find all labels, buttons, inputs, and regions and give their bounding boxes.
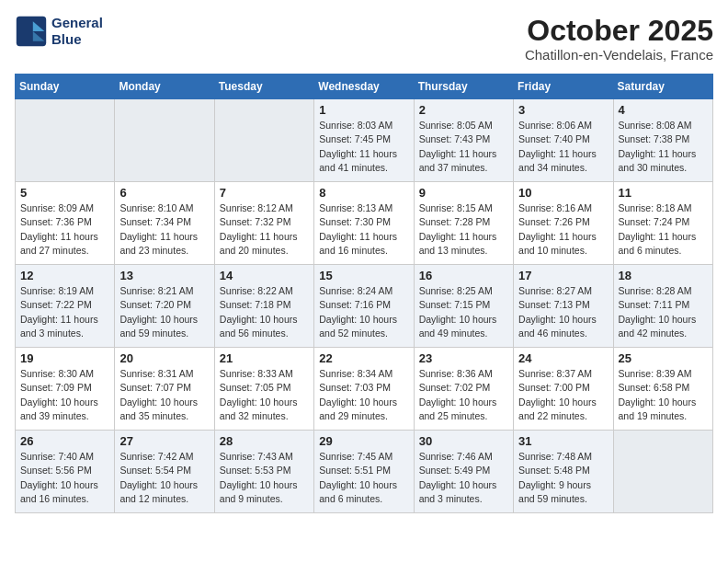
day-info: Sunrise: 8:21 AMSunset: 7:20 PMDaylight:… xyxy=(119,284,209,340)
day-number: 13 xyxy=(119,269,209,282)
day-number: 24 xyxy=(518,351,608,365)
day-number: 14 xyxy=(220,269,309,282)
calendar-cell xyxy=(115,99,214,182)
title-block: October 2025 Chatillon-en-Vendelais, Fra… xyxy=(525,15,713,63)
day-info: Sunrise: 8:08 AMSunset: 7:38 PMDaylight:… xyxy=(619,119,708,175)
calendar-cell: 21Sunrise: 8:33 AMSunset: 7:05 PMDayligh… xyxy=(214,348,313,431)
calendar-cell: 6Sunrise: 8:10 AMSunset: 7:34 PMDaylight… xyxy=(115,182,214,265)
logo-text: General Blue xyxy=(51,15,103,48)
day-number: 9 xyxy=(419,186,508,200)
calendar-cell: 8Sunrise: 8:13 AMSunset: 7:30 PMDaylight… xyxy=(314,182,414,265)
weekday-header: Sunday xyxy=(16,75,115,99)
calendar-cell: 19Sunrise: 8:30 AMSunset: 7:09 PMDayligh… xyxy=(16,348,115,431)
weekday-header: Friday xyxy=(514,75,613,99)
calendar-cell: 31Sunrise: 7:48 AMSunset: 5:48 PMDayligh… xyxy=(514,431,613,513)
calendar-cell: 26Sunrise: 7:40 AMSunset: 5:56 PMDayligh… xyxy=(16,431,115,513)
day-info: Sunrise: 8:25 AMSunset: 7:15 PMDaylight:… xyxy=(419,284,508,340)
calendar-cell: 20Sunrise: 8:31 AMSunset: 7:07 PMDayligh… xyxy=(115,348,214,431)
day-info: Sunrise: 8:22 AMSunset: 7:18 PMDaylight:… xyxy=(220,284,309,340)
day-info: Sunrise: 8:39 AMSunset: 6:58 PMDaylight:… xyxy=(619,367,708,423)
day-info: Sunrise: 8:33 AMSunset: 7:05 PMDaylight:… xyxy=(220,367,309,423)
day-info: Sunrise: 8:06 AMSunset: 7:40 PMDaylight:… xyxy=(518,119,608,175)
calendar-cell: 13Sunrise: 8:21 AMSunset: 7:20 PMDayligh… xyxy=(115,265,214,348)
day-info: Sunrise: 8:15 AMSunset: 7:28 PMDaylight:… xyxy=(419,201,508,258)
day-info: Sunrise: 8:28 AMSunset: 7:11 PMDaylight:… xyxy=(619,284,708,340)
day-number: 12 xyxy=(20,269,109,282)
day-info: Sunrise: 8:05 AMSunset: 7:43 PMDaylight:… xyxy=(419,119,508,175)
day-number: 22 xyxy=(319,351,408,365)
day-info: Sunrise: 7:42 AMSunset: 5:54 PMDaylight:… xyxy=(119,450,209,506)
day-info: Sunrise: 8:18 AMSunset: 7:24 PMDaylight:… xyxy=(619,201,708,258)
day-info: Sunrise: 8:36 AMSunset: 7:02 PMDaylight:… xyxy=(419,367,508,423)
calendar-cell: 18Sunrise: 8:28 AMSunset: 7:11 PMDayligh… xyxy=(613,265,712,348)
calendar-cell: 27Sunrise: 7:42 AMSunset: 5:54 PMDayligh… xyxy=(115,431,214,513)
calendar-week-row: 1Sunrise: 8:03 AMSunset: 7:45 PMDaylight… xyxy=(16,99,713,182)
calendar-cell: 12Sunrise: 8:19 AMSunset: 7:22 PMDayligh… xyxy=(16,265,115,348)
weekday-header-row: SundayMondayTuesdayWednesdayThursdayFrid… xyxy=(16,75,713,99)
day-number: 15 xyxy=(319,269,408,282)
page-header: General Blue October 2025 Chatillon-en-V… xyxy=(15,15,713,63)
calendar-week-row: 26Sunrise: 7:40 AMSunset: 5:56 PMDayligh… xyxy=(16,431,713,513)
day-info: Sunrise: 8:24 AMSunset: 7:16 PMDaylight:… xyxy=(319,284,408,340)
calendar-cell xyxy=(613,431,712,513)
day-info: Sunrise: 8:37 AMSunset: 7:00 PMDaylight:… xyxy=(518,367,608,423)
logo-icon xyxy=(15,15,48,48)
day-info: Sunrise: 8:19 AMSunset: 7:22 PMDaylight:… xyxy=(20,284,109,340)
day-info: Sunrise: 7:43 AMSunset: 5:53 PMDaylight:… xyxy=(220,450,309,506)
weekday-header: Saturday xyxy=(613,75,712,99)
day-number: 2 xyxy=(419,103,508,117)
calendar-cell xyxy=(16,99,115,182)
calendar-cell: 5Sunrise: 8:09 AMSunset: 7:36 PMDaylight… xyxy=(16,182,115,265)
day-number: 18 xyxy=(619,269,708,282)
calendar-cell: 4Sunrise: 8:08 AMSunset: 7:38 PMDaylight… xyxy=(613,99,712,182)
day-number: 4 xyxy=(619,103,708,117)
weekday-header: Tuesday xyxy=(214,75,313,99)
day-info: Sunrise: 8:34 AMSunset: 7:03 PMDaylight:… xyxy=(319,367,408,423)
day-info: Sunrise: 8:30 AMSunset: 7:09 PMDaylight:… xyxy=(20,367,109,423)
day-number: 11 xyxy=(619,186,708,200)
calendar-cell: 16Sunrise: 8:25 AMSunset: 7:15 PMDayligh… xyxy=(414,265,513,348)
day-info: Sunrise: 7:46 AMSunset: 5:49 PMDaylight:… xyxy=(419,450,508,506)
day-number: 16 xyxy=(419,269,508,282)
day-number: 19 xyxy=(20,351,109,365)
day-number: 21 xyxy=(220,351,309,365)
logo: General Blue xyxy=(15,15,103,48)
calendar-cell: 15Sunrise: 8:24 AMSunset: 7:16 PMDayligh… xyxy=(314,265,414,348)
day-info: Sunrise: 7:40 AMSunset: 5:56 PMDaylight:… xyxy=(20,450,109,506)
day-info: Sunrise: 8:03 AMSunset: 7:45 PMDaylight:… xyxy=(319,119,408,175)
day-number: 5 xyxy=(20,186,109,200)
calendar-cell: 7Sunrise: 8:12 AMSunset: 7:32 PMDaylight… xyxy=(214,182,313,265)
day-number: 1 xyxy=(319,103,408,117)
location-subtitle: Chatillon-en-Vendelais, France xyxy=(525,47,713,63)
day-info: Sunrise: 8:16 AMSunset: 7:26 PMDaylight:… xyxy=(518,201,608,258)
calendar-cell xyxy=(214,99,313,182)
weekday-header: Wednesday xyxy=(314,75,414,99)
day-number: 30 xyxy=(419,434,508,448)
day-number: 8 xyxy=(319,186,408,200)
day-number: 3 xyxy=(518,103,608,117)
day-number: 25 xyxy=(619,351,708,365)
weekday-header: Monday xyxy=(115,75,214,99)
day-info: Sunrise: 8:12 AMSunset: 7:32 PMDaylight:… xyxy=(220,201,309,258)
day-number: 17 xyxy=(518,269,608,282)
day-info: Sunrise: 8:31 AMSunset: 7:07 PMDaylight:… xyxy=(119,367,209,423)
calendar-week-row: 12Sunrise: 8:19 AMSunset: 7:22 PMDayligh… xyxy=(16,265,713,348)
calendar-cell: 3Sunrise: 8:06 AMSunset: 7:40 PMDaylight… xyxy=(514,99,613,182)
month-title: October 2025 xyxy=(525,15,713,47)
calendar-cell: 25Sunrise: 8:39 AMSunset: 6:58 PMDayligh… xyxy=(613,348,712,431)
day-number: 27 xyxy=(119,434,209,448)
day-info: Sunrise: 8:13 AMSunset: 7:30 PMDaylight:… xyxy=(319,201,408,258)
calendar-cell: 24Sunrise: 8:37 AMSunset: 7:00 PMDayligh… xyxy=(514,348,613,431)
calendar-cell: 14Sunrise: 8:22 AMSunset: 7:18 PMDayligh… xyxy=(214,265,313,348)
calendar-cell: 22Sunrise: 8:34 AMSunset: 7:03 PMDayligh… xyxy=(314,348,414,431)
calendar-cell: 1Sunrise: 8:03 AMSunset: 7:45 PMDaylight… xyxy=(314,99,414,182)
calendar-week-row: 19Sunrise: 8:30 AMSunset: 7:09 PMDayligh… xyxy=(16,348,713,431)
calendar-cell: 10Sunrise: 8:16 AMSunset: 7:26 PMDayligh… xyxy=(514,182,613,265)
day-number: 26 xyxy=(20,434,109,448)
day-number: 20 xyxy=(119,351,209,365)
calendar-cell: 23Sunrise: 8:36 AMSunset: 7:02 PMDayligh… xyxy=(414,348,513,431)
calendar-cell: 2Sunrise: 8:05 AMSunset: 7:43 PMDaylight… xyxy=(414,99,513,182)
day-number: 7 xyxy=(220,186,309,200)
day-info: Sunrise: 8:10 AMSunset: 7:34 PMDaylight:… xyxy=(119,201,209,258)
calendar-cell: 30Sunrise: 7:46 AMSunset: 5:49 PMDayligh… xyxy=(414,431,513,513)
